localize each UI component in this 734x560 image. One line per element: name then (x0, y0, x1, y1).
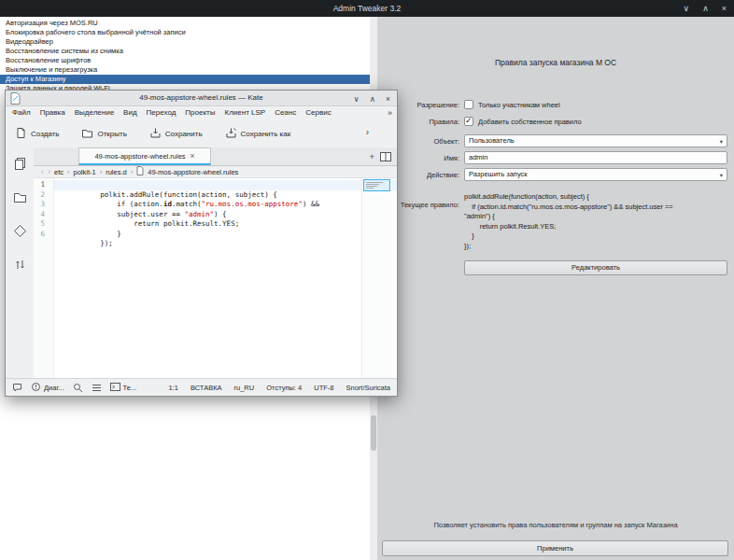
custom-rule-checkbox[interactable]: ✓ (464, 117, 473, 126)
save-as-icon (225, 127, 237, 141)
breadcrumb-rules-d[interactable]: rules.d (106, 168, 127, 176)
tab-label: 49-mos-appstore-wheel.rules (94, 152, 185, 161)
main-window-title: Admin Tweaker 3.2 (0, 0, 734, 17)
list-item-mosru-auth[interactable]: Авторизация через MOS.RU (0, 19, 370, 28)
chevron-down-icon: ▾ (720, 170, 723, 181)
list-item-shutdown[interactable]: Выключение и перезагрузка (0, 65, 370, 75)
terminal-icon (110, 382, 120, 394)
cursor-position[interactable]: 1:1 (168, 384, 177, 392)
output-panel-icon[interactable] (12, 383, 22, 393)
panel-title: Правила запуска магазина М ОС (377, 58, 734, 67)
breadcrumb-separator: › (67, 168, 70, 176)
code-editor[interactable]: 1 2 3 4 5 6 polkit.addRule(function(acti… (34, 178, 397, 378)
diagnostics-icon (31, 382, 41, 394)
kate-minimize-icon[interactable]: ∨ (354, 94, 360, 104)
kate-window: 49-mos-appstore-wheel.rules — Kate ∨ ∧ ×… (5, 90, 398, 397)
object-select-value: Пользователь (469, 136, 515, 145)
kate-breadcrumb: ‹ › etc › polkit-1 › rules.d › 49-mos-ap… (34, 166, 397, 178)
menu-file[interactable]: Файл (7, 106, 35, 119)
new-file-button[interactable]: Создать (15, 127, 59, 141)
minimap-view-indicator[interactable] (363, 179, 390, 191)
save-as-button[interactable]: Сохранить как (225, 127, 291, 141)
breadcrumb-etc[interactable]: etc (54, 168, 64, 176)
wheel-only-checkbox[interactable] (464, 100, 473, 109)
encoding[interactable]: UTF-8 (314, 384, 333, 392)
menu-edit[interactable]: Правка (35, 106, 70, 119)
kate-statusbar: Диаг... Те... 1:1 ВСТАВКА ru_RU Отступы:… (6, 378, 397, 396)
kate-body: 49-mos-appstore-wheel.rules × + ‹ › etc … (6, 147, 397, 378)
line-number: 5 (34, 219, 45, 230)
tab-close-icon[interactable]: × (191, 151, 195, 161)
forward-icon[interactable]: › (48, 167, 50, 176)
close-icon[interactable]: × (722, 4, 727, 13)
kate-titlebar[interactable]: 49-mos-appstore-wheel.rules — Kate ∨ ∧ × (6, 91, 397, 106)
new-document-icon (15, 127, 27, 141)
kate-close-icon[interactable]: × (386, 94, 390, 104)
list-item-restore-fonts[interactable]: Восстановление шрифтов (0, 56, 370, 65)
list-scrollbar-thumb[interactable] (371, 415, 376, 451)
terminal-panel-button[interactable]: Те... (110, 382, 137, 394)
code-segment: ) && (303, 200, 319, 208)
wheel-only-option-label[interactable]: Только участникам wheel (478, 101, 560, 110)
new-tab-button[interactable]: + (369, 151, 374, 161)
custom-rule-option-label[interactable]: Добавить собственное правило (478, 118, 582, 127)
breadcrumb-separator: › (100, 168, 103, 176)
action-select[interactable]: Разрешить запуск ▾ (464, 168, 727, 181)
list-item-desktop-lock[interactable]: Блокировка рабочего стола выбранной учёт… (0, 28, 370, 37)
minimap-scrollbar[interactable] (361, 178, 391, 378)
edit-button[interactable]: Редактировать (464, 260, 727, 275)
line-number: 6 (34, 230, 45, 240)
search-icon[interactable] (73, 383, 83, 393)
save-button[interactable]: Сохранить (149, 127, 203, 141)
syntax-mode[interactable]: Snort/Suricata (346, 384, 390, 392)
minimize-icon[interactable]: ∨ (684, 4, 690, 13)
breadcrumb-separator: › (131, 168, 134, 176)
documents-toolview-icon[interactable] (13, 157, 27, 173)
menu-lsp-client[interactable]: Клиент LSP (219, 106, 270, 119)
toolbar-overflow-icon[interactable]: › (366, 127, 369, 137)
filesystem-toolview-icon[interactable] (13, 190, 27, 206)
menu-projects[interactable]: Проекты (180, 106, 219, 119)
line-number: 2 (34, 190, 45, 201)
menu-session[interactable]: Сеанс (270, 106, 301, 119)
dictionary[interactable]: ru_RU (234, 384, 255, 392)
kate-window-title: 49-mos-appstore-wheel.rules — Kate (6, 91, 397, 106)
code-line: }); (58, 230, 113, 259)
menu-go[interactable]: Переход (142, 106, 181, 119)
kate-toolbar: Создать Открыть Сохранить Сохранить как … (6, 119, 397, 147)
list-item-store-access-selected[interactable]: Доступ к Магазину (0, 75, 370, 84)
diagnostics-panel-button[interactable]: Диаг... (31, 382, 64, 394)
kate-maximize-icon[interactable]: ∧ (370, 94, 375, 104)
apply-button[interactable]: Применить (382, 540, 728, 556)
footer-hint: Позволяет установить права пользователям… (377, 521, 734, 529)
open-file-button[interactable]: Открыть (81, 127, 126, 141)
line-number: 4 (34, 210, 45, 220)
list-item-restore-snapshot[interactable]: Восстановление системы из снимка (0, 47, 370, 56)
save-label: Сохранить (165, 130, 203, 138)
back-icon[interactable]: ‹ (41, 167, 44, 176)
object-select[interactable]: Пользователь ▾ (464, 134, 727, 147)
menu-tools[interactable]: Сервис (301, 106, 335, 119)
breadcrumb-file[interactable]: 49-mos-appstore-wheel.rules (148, 168, 238, 176)
line-number: 1 (34, 180, 45, 190)
tab-49-mos-appstore-wheel[interactable]: 49-mos-appstore-wheel.rules × (78, 147, 211, 165)
name-input[interactable]: admin (464, 151, 727, 164)
folder-open-icon (81, 127, 93, 141)
indent-setting[interactable]: Отступы: 4 (266, 384, 302, 392)
maximize-icon[interactable]: ∧ (702, 4, 709, 13)
menu-overflow-icon[interactable]: » (388, 108, 397, 118)
code-segment: }); (100, 239, 113, 247)
snippets-icon[interactable] (92, 383, 102, 393)
name-input-value: admin (469, 153, 487, 161)
diff-toolview-icon[interactable] (13, 258, 27, 273)
split-view-icon[interactable] (380, 152, 391, 163)
breadcrumb-polkit-1[interactable]: polkit-1 (74, 168, 96, 176)
main-window-controls: ∨ ∧ × (684, 0, 727, 17)
insert-mode[interactable]: ВСТАВКА (191, 384, 222, 392)
git-toolview-icon[interactable] (13, 224, 27, 240)
list-item-video-driver[interactable]: Видеодрайвер (0, 37, 370, 47)
menu-selection[interactable]: Выделение (70, 106, 119, 119)
menu-view[interactable]: Вид (119, 106, 141, 119)
kate-tabbar: 49-mos-appstore-wheel.rules × + (34, 147, 397, 166)
kate-window-controls: ∨ ∧ × (354, 91, 390, 106)
